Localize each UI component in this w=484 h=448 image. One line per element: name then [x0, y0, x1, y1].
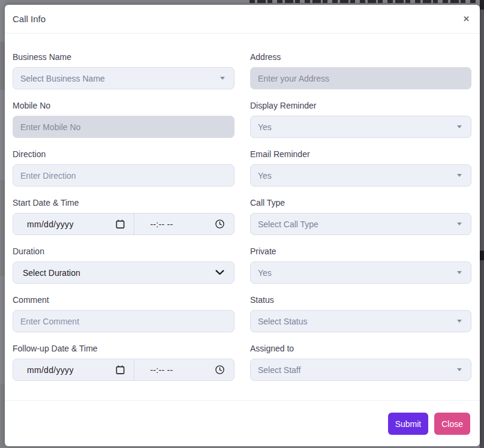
chevron-down-icon — [457, 368, 462, 371]
field-label-display-reminder: Display Reminder — [250, 101, 471, 111]
chevron-down-icon — [215, 270, 224, 275]
status-select[interactable]: Select Status — [250, 310, 471, 332]
field-label-business-name: Business Name — [13, 52, 235, 62]
form-column-left: Business NameSelect Business NameMobile … — [13, 52, 235, 400]
field-label-status: Status — [250, 295, 471, 305]
comment-input[interactable] — [13, 310, 235, 332]
time-placeholder: --:-- -- — [150, 220, 173, 229]
duration-select[interactable]: Select Duration — [13, 261, 235, 284]
form-group-display-reminder: Display ReminderYes — [250, 101, 471, 138]
form-group-duration: DurationSelect Duration — [13, 246, 235, 284]
display-reminder-select[interactable]: Yes — [250, 116, 471, 138]
form-group-start-date-time: Start Date & Timemm/dd/yyyy--:-- -- — [13, 198, 235, 235]
form-group-address: Address — [250, 52, 471, 89]
close-icon[interactable]: ✕ — [463, 15, 470, 23]
field-label-address: Address — [250, 52, 471, 62]
form-group-status: StatusSelect Status — [250, 295, 471, 332]
start-date-time-time-input[interactable]: --:-- -- — [134, 214, 234, 234]
field-label-private: Private — [250, 246, 471, 257]
form-column-right: AddressDisplay ReminderYesEmail Reminder… — [250, 52, 471, 400]
chevron-down-icon — [457, 223, 462, 225]
calendar-icon — [115, 365, 125, 375]
selected-value: Select Staff — [258, 365, 300, 375]
assigned-to-select[interactable]: Select Staff — [250, 359, 471, 381]
date-placeholder: mm/dd/yyyy — [27, 365, 74, 375]
selected-value: Yes — [258, 268, 272, 278]
chevron-down-icon — [457, 125, 462, 128]
chevron-down-icon — [457, 271, 462, 274]
selected-value: Select Call Type — [258, 220, 318, 229]
submit-button[interactable]: Submit — [388, 413, 429, 435]
follow-up-date-time-group: mm/dd/yyyy--:-- -- — [13, 359, 235, 381]
field-label-mobile-no: Mobile No — [13, 101, 235, 111]
field-label-direction: Direction — [13, 149, 235, 160]
field-label-call-type: Call Type — [250, 198, 471, 208]
chevron-down-icon — [220, 77, 225, 80]
clock-icon — [215, 365, 225, 375]
calendar-icon — [115, 219, 125, 229]
selected-value: Select Duration — [23, 268, 80, 278]
form-group-direction: Direction — [13, 149, 235, 187]
private-select[interactable]: Yes — [250, 261, 471, 284]
time-placeholder: --:-- -- — [150, 365, 173, 375]
selected-value: Select Business Name — [20, 74, 105, 83]
field-label-duration: Duration — [13, 246, 235, 257]
selected-value: Yes — [258, 122, 272, 132]
form-group-assigned-to: Assigned toSelect Staff — [250, 344, 471, 381]
selected-value: Yes — [258, 171, 272, 181]
form-group-private: PrivateYes — [250, 246, 471, 284]
form-group-email-reminder: Email ReminderYes — [250, 149, 471, 187]
modal-body: Business NameSelect Business NameMobile … — [5, 34, 480, 400]
follow-up-date-time-date-input[interactable]: mm/dd/yyyy — [13, 359, 134, 380]
form-group-business-name: Business NameSelect Business Name — [13, 52, 235, 89]
selected-value: Select Status — [258, 317, 308, 326]
direction-input[interactable] — [13, 164, 235, 187]
modal-title: Call Info — [13, 14, 46, 24]
email-reminder-select[interactable]: Yes — [250, 164, 471, 187]
modal-footer: Submit Close — [5, 400, 480, 446]
field-label-comment: Comment — [13, 295, 235, 305]
field-label-follow-up-date-time: Follow-up Date & Time — [13, 344, 235, 354]
field-label-start-date-time: Start Date & Time — [13, 198, 235, 208]
call-info-modal: Call Info ✕ Business NameSelect Business… — [5, 5, 480, 446]
mobile-no-input[interactable] — [13, 116, 235, 138]
form-group-comment: Comment — [13, 295, 235, 332]
field-label-assigned-to: Assigned to — [250, 344, 471, 354]
form-group-follow-up-date-time: Follow-up Date & Timemm/dd/yyyy--:-- -- — [13, 344, 235, 381]
dimmed-page-background-left — [0, 0, 5, 448]
address-input[interactable] — [250, 67, 471, 89]
follow-up-date-time-time-input[interactable]: --:-- -- — [134, 359, 234, 380]
call-type-select[interactable]: Select Call Type — [250, 213, 471, 235]
dimmed-page-background-right — [480, 0, 484, 448]
form-group-call-type: Call TypeSelect Call Type — [250, 198, 471, 235]
modal-header: Call Info ✕ — [5, 5, 480, 34]
start-date-time-date-input[interactable]: mm/dd/yyyy — [13, 214, 134, 234]
field-label-email-reminder: Email Reminder — [250, 149, 471, 160]
business-name-select[interactable]: Select Business Name — [13, 67, 235, 89]
start-date-time-group: mm/dd/yyyy--:-- -- — [13, 213, 235, 235]
background-content-cutoff-text — [249, 0, 477, 3]
date-placeholder: mm/dd/yyyy — [27, 220, 74, 229]
clock-icon — [215, 219, 225, 229]
chevron-down-icon — [457, 320, 462, 323]
chevron-down-icon — [457, 174, 462, 177]
form-group-mobile-no: Mobile No — [13, 101, 235, 138]
close-button[interactable]: Close — [434, 413, 470, 435]
